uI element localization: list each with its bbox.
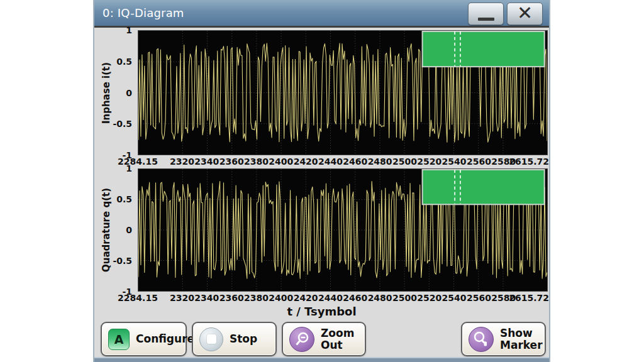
y-tick-label: 0.5 <box>116 57 132 67</box>
x-tick-label: 2615.72 <box>509 156 549 167</box>
x-tick-label: 2480 <box>368 156 392 167</box>
x-tick-label: 2440 <box>318 293 343 303</box>
stop-button[interactable]: Stop <box>192 322 277 356</box>
x-tick-label: 2340 <box>194 293 219 303</box>
x-tick-label: 2440 <box>318 156 343 167</box>
configure-button[interactable]: A Configure <box>101 322 187 356</box>
show-marker-button-label: Show Marker <box>500 327 543 351</box>
iq-diagram-window: 0: IQ-Diagram ✕ Inphase i(t) 10.50-0.5-1… <box>93 0 550 362</box>
configure-button-label: Configure <box>136 333 194 345</box>
x-tick-label: 2420 <box>294 156 318 167</box>
zoom-out-button-label: Zoom Out <box>321 327 358 351</box>
window-title: 0: IQ-Diagram <box>94 6 184 19</box>
zoom-out-button[interactable]: Zoom Out <box>282 322 366 356</box>
x-tick-label: 2380 <box>244 293 269 303</box>
close-icon: ✕ <box>517 4 533 23</box>
x-tick-label: 2520 <box>417 293 441 303</box>
x-tick-label: 2320 <box>170 156 194 167</box>
y-tick-label: 0.5 <box>116 194 132 204</box>
titlebar[interactable]: 0: IQ-Diagram ✕ <box>94 0 549 28</box>
x-tick-label: 2320 <box>170 293 194 303</box>
inphase-y-tick-labels: 10.50-0.5-1 <box>94 30 135 155</box>
quadrature-y-tick-labels: 10.50-0.5-1 <box>94 168 135 292</box>
x-tick-label: 2380 <box>244 156 269 167</box>
x-tick-label: 2400 <box>269 293 293 303</box>
x-axis-labels-top: 2284.15232023402360238024002420244024602… <box>94 156 549 168</box>
minimize-icon <box>478 18 494 21</box>
screen: 0: IQ-Diagram ✕ Inphase i(t) 10.50-0.5-1… <box>0 0 644 362</box>
x-axis-labels-bottom: 2284.15232023402360238024002420244024602… <box>94 293 549 305</box>
x-axis-title: t / Tsymbol <box>94 305 549 318</box>
x-tick-label: 2480 <box>368 293 392 303</box>
x-tick-label: 2360 <box>219 156 244 167</box>
x-tick-label: 2540 <box>442 293 467 303</box>
inphase-plot[interactable] <box>138 30 548 155</box>
letter-a-icon: A <box>108 329 130 350</box>
y-tick-label: -0.5 <box>113 256 132 266</box>
y-tick-label: 1 <box>126 25 132 35</box>
x-tick-label: 2460 <box>343 293 367 303</box>
x-tick-label: 2500 <box>392 293 417 303</box>
show-marker-icon <box>469 327 494 352</box>
zoom-out-icon <box>289 327 314 352</box>
y-tick-label: 1 <box>126 163 132 173</box>
x-tick-label: 2284.15 <box>118 293 158 303</box>
x-tick-label: 2520 <box>417 156 441 167</box>
x-tick-label: 2560 <box>467 156 491 167</box>
close-button[interactable]: ✕ <box>507 3 543 25</box>
y-tick-label: 0 <box>126 88 132 98</box>
y-tick-label: 0 <box>126 225 132 235</box>
stop-icon <box>199 327 223 351</box>
x-tick-label: 2540 <box>442 156 467 167</box>
inphase-trace-svg <box>138 31 547 155</box>
show-marker-button[interactable]: Show Marker <box>461 322 546 356</box>
x-tick-label: 2615.72 <box>509 293 549 303</box>
x-tick-label: 2460 <box>343 156 367 167</box>
x-tick-label: 2340 <box>194 156 219 167</box>
x-tick-label: 2420 <box>294 293 318 303</box>
x-tick-label: 2400 <box>269 156 293 167</box>
x-tick-label: 2500 <box>392 156 417 167</box>
window-bottom-frame <box>94 357 549 362</box>
stop-button-label: Stop <box>230 333 257 345</box>
x-tick-label: 2360 <box>219 293 244 303</box>
x-tick-label: 2560 <box>467 293 491 303</box>
letter-a-glyph: A <box>114 332 124 346</box>
window-content: Inphase i(t) 10.50-0.5-1 2284.1523202340… <box>94 28 549 362</box>
x-tick-label: 2284.15 <box>118 156 158 167</box>
quadrature-plot[interactable] <box>138 168 548 292</box>
quadrature-trace-svg <box>138 169 547 291</box>
y-tick-label: -0.5 <box>113 119 132 129</box>
minimize-button[interactable] <box>468 3 504 25</box>
